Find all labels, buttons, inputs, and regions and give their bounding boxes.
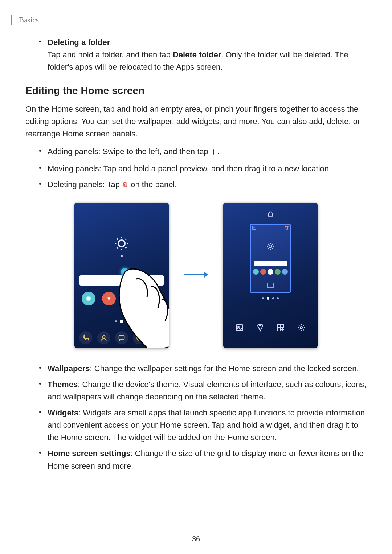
list-item: Home screen settings: Change the size of…	[39, 447, 367, 472]
deleting-folder-title: Deleting a folder	[48, 36, 367, 49]
svg-point-2	[102, 335, 105, 338]
editing-bullets: Adding panels: Swipe to the left, and th…	[39, 145, 367, 192]
option-label: Home screen settings	[48, 449, 131, 458]
option-desc: : Change the device's theme. Visual elem…	[48, 380, 366, 401]
bullet-body: Moving panels: Tap and hold a panel prev…	[48, 163, 367, 175]
svg-point-15	[300, 327, 302, 329]
widgets-icon	[276, 323, 285, 333]
option-desc: : Change the wallpaper settings for the …	[90, 364, 359, 373]
phone-before	[74, 203, 169, 348]
page-indicator	[262, 297, 279, 300]
svg-rect-14	[277, 328, 280, 331]
bullet-icon	[39, 452, 41, 454]
bullet-icon	[39, 41, 41, 42]
wallpaper-thumb-icon	[267, 283, 274, 288]
wallpapers-icon	[235, 323, 244, 333]
list-item: Moving panels: Tap and hold a panel prev…	[39, 163, 367, 175]
app-icon	[82, 292, 95, 305]
panel-add-icon	[250, 224, 258, 232]
option-label: Wallpapers	[48, 364, 90, 373]
bullet-icon	[39, 183, 41, 185]
page-header: Basics	[11, 15, 39, 25]
svg-rect-13	[281, 324, 284, 327]
bullet-body: Home screen settings: Change the size of…	[48, 447, 367, 472]
deleting-folder-text: Tap and hold a folder, and then tap Dele…	[48, 49, 367, 73]
themes-icon	[256, 323, 265, 333]
options-list: Wallpapers: Change the wallpaper setting…	[39, 362, 367, 472]
svg-rect-1	[87, 296, 91, 300]
text-fragment: Tap and hold a folder, and then tap	[48, 50, 173, 59]
trash-icon	[122, 180, 128, 192]
deleting-folder-section: Deleting a folder Tap and hold a folder,…	[39, 36, 367, 73]
edit-options-row	[223, 323, 318, 333]
weather-widget	[114, 235, 130, 257]
phone-icon	[79, 331, 92, 344]
svg-point-9	[269, 245, 272, 248]
bullet-icon	[39, 383, 41, 385]
phone-after	[223, 203, 318, 348]
settings-icon	[297, 323, 306, 333]
home-icon	[267, 211, 274, 219]
bullet-body: Themes: Change the device's theme. Visua…	[48, 378, 367, 403]
weather-mini-icon	[266, 242, 275, 252]
app-row-mini	[253, 269, 288, 275]
bullet-icon	[39, 411, 41, 413]
list-item: Themes: Change the device's theme. Visua…	[39, 378, 367, 403]
bullet-body: Adding panels: Swipe to the left, and th…	[48, 145, 367, 159]
list-item: Widgets: Widgets are small apps that lau…	[39, 407, 367, 444]
page-content: Deleting a folder Tap and hold a folder,…	[25, 36, 367, 477]
bullet-icon	[39, 167, 41, 169]
list-item: Deleting a folder Tap and hold a folder,…	[39, 36, 367, 73]
pinch-hand-illustration	[107, 257, 169, 348]
header-section-label: Basics	[19, 16, 39, 25]
bullet-body: Wallpapers: Change the wallpaper setting…	[48, 362, 367, 375]
panel-preview	[250, 224, 291, 293]
header-divider	[11, 15, 12, 25]
arrow-right-icon	[183, 270, 209, 280]
svg-rect-12	[277, 324, 280, 327]
svg-rect-10	[236, 325, 243, 331]
bullet-body: Deleting panels: Tap on the panel.	[48, 178, 367, 192]
delete-folder-action: Delete folder	[173, 50, 221, 59]
bullet-body: Deleting a folder Tap and hold a folder,…	[48, 36, 367, 73]
bullet-icon	[39, 150, 41, 152]
text-fragment: Adding panels: Swipe to the left, and th…	[48, 147, 211, 156]
panel-delete-icon	[283, 224, 291, 232]
option-label: Themes	[48, 380, 78, 389]
text-fragment: on the panel.	[128, 180, 177, 189]
plus-icon	[211, 147, 217, 159]
text-fragment: .	[217, 147, 219, 156]
search-bar-mini	[254, 261, 287, 266]
list-item: Wallpapers: Change the wallpaper setting…	[39, 362, 367, 375]
option-label: Widgets	[48, 408, 78, 417]
editing-intro: On the Home screen, tap and hold an empt…	[25, 103, 367, 140]
list-item: Adding panels: Swipe to the left, and th…	[39, 145, 367, 159]
text-fragment: Deleting panels: Tap	[48, 180, 122, 189]
option-desc: : Widgets are small apps that launch spe…	[48, 408, 365, 442]
editing-figure	[25, 203, 367, 348]
bullet-icon	[39, 367, 41, 369]
svg-point-0	[118, 240, 125, 247]
editing-heading: Editing the Home screen	[25, 85, 367, 97]
bullet-body: Widgets: Widgets are small apps that lau…	[48, 407, 367, 444]
page-number: 36	[192, 535, 200, 543]
list-item: Deleting panels: Tap on the panel.	[39, 178, 367, 192]
